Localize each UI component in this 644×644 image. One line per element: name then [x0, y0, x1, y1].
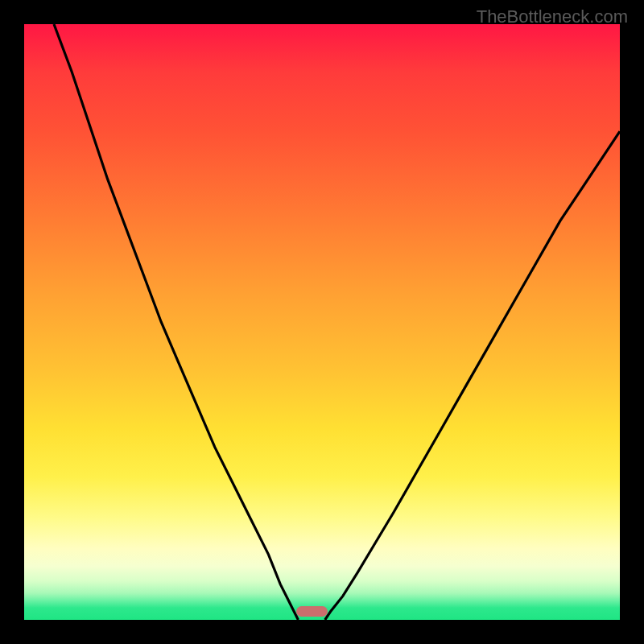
min-marker [296, 606, 328, 617]
curve-overlay [24, 24, 620, 620]
watermark-text: TheBottleneck.com [477, 6, 628, 27]
left-curve [54, 24, 298, 620]
plot-area [24, 24, 620, 620]
right-curve [325, 131, 620, 620]
